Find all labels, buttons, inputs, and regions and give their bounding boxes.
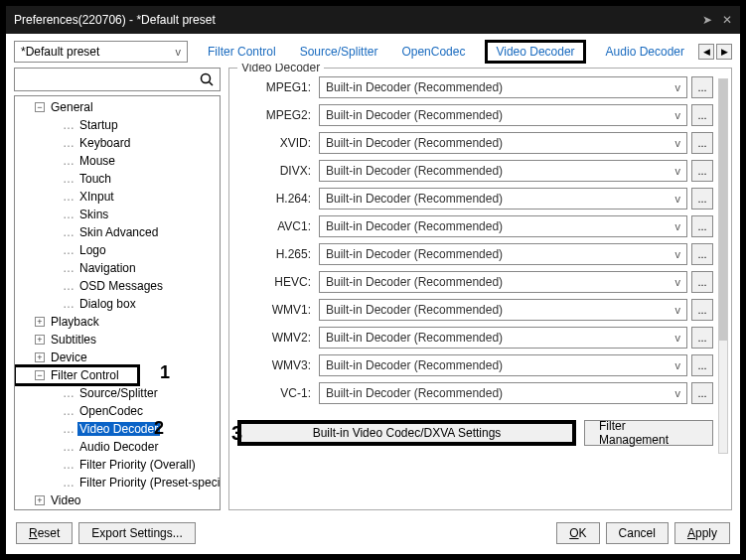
decoder-more-button[interactable]: ... [691,132,713,154]
tree-label: Playback [49,315,101,329]
tree-item-navigation[interactable]: …Navigation [15,259,220,277]
left-column: −General…Startup…Keyboard…Mouse…Touch…XI… [14,68,221,510]
decoder-label: AVC1: [237,219,315,233]
decoder-select[interactable]: Built-in Decoder (Recommended) [319,215,687,237]
tree-branch-icon: … [63,422,74,436]
decoder-select[interactable]: Built-in Decoder (Recommended) [319,104,687,126]
scrollbar-thumb[interactable] [719,79,727,341]
tree-item-filter-priority-overall-[interactable]: …Filter Priority (Overall) [15,456,220,474]
tree-item-general[interactable]: −General [15,98,220,116]
tree-branch-icon: … [63,458,74,472]
expand-icon[interactable]: + [35,317,45,327]
tab-source-splitter[interactable]: Source/Splitter [296,43,382,61]
collapse-icon[interactable]: − [35,102,45,112]
tab-video-decoder[interactable]: Video Decoder [485,40,585,64]
titlebar-controls: ➤ ✕ [702,13,732,27]
tree-item-filter-control[interactable]: −Filter Control1 [15,366,220,384]
tree-branch-icon: … [63,225,74,239]
tree-item-keyboard[interactable]: …Keyboard [15,134,220,152]
tree-item-filter-priority-preset-specific-[interactable]: …Filter Priority (Preset-specific) [15,474,220,491]
tree-item-audio-decoder[interactable]: …Audio Decoder [15,438,220,456]
tree-label: General [49,100,95,114]
tree-label: Source/Splitter [77,386,160,400]
apply-button[interactable]: Apply [674,522,730,544]
expand-icon[interactable]: + [35,352,45,362]
tree-item-mouse[interactable]: …Mouse [15,152,220,170]
category-tree[interactable]: −General…Startup…Keyboard…Mouse…Touch…XI… [14,95,221,510]
tab-row: Filter ControlSource/SplitterOpenCodecVi… [198,40,688,64]
tree-item-osd-messages[interactable]: …OSD Messages [15,277,220,295]
tree-branch-icon: … [63,172,74,186]
decoder-more-button[interactable]: ... [691,215,713,237]
tree-item-skin-advanced[interactable]: …Skin Advanced [15,223,220,241]
filter-management-button[interactable]: Filter Management [584,420,713,446]
decoder-more-button[interactable]: ... [691,382,713,404]
tree-item-video-decoder[interactable]: …Video Decoder2 [15,420,220,438]
search-icon[interactable] [198,70,216,88]
decoder-row-hevc: HEVC:Built-in Decoder (Recommended)... [237,271,713,293]
decoder-more-button[interactable]: ... [691,299,713,321]
titlebar: Preferences(220706) - *Default preset ➤ … [6,6,740,34]
search-box[interactable] [14,68,221,91]
ok-button[interactable]: OK [556,522,599,544]
close-icon[interactable]: ✕ [722,13,732,27]
tree-item-video[interactable]: +Video [15,491,220,509]
cancel-button[interactable]: Cancel [606,522,669,544]
preset-dropdown[interactable]: *Default preset [14,41,188,63]
decoder-more-button[interactable]: ... [691,271,713,293]
decoder-list: MPEG1:Built-in Decoder (Recommended)...M… [237,76,727,404]
expand-icon[interactable]: + [35,335,45,345]
tree-item-skins[interactable]: …Skins [15,206,220,223]
decoder-more-button[interactable]: ... [691,104,713,126]
search-input[interactable] [19,72,198,86]
expand-icon[interactable]: + [35,495,45,505]
decoder-select[interactable]: Built-in Decoder (Recommended) [319,382,687,404]
tree-item-xinput[interactable]: …XInput [15,188,220,206]
tree-item-opencodec[interactable]: …OpenCodec [15,402,220,420]
tree-item-startup[interactable]: …Startup [15,116,220,134]
tab-opencodec[interactable]: OpenCodec [397,43,469,61]
tree-item-subtitles[interactable]: +Subtitles [15,331,220,349]
tab-prev-button[interactable]: ◀ [698,44,714,60]
tab-next-button[interactable]: ▶ [716,44,732,60]
decoder-more-button[interactable]: ... [691,76,713,98]
decoder-more-button[interactable]: ... [691,160,713,182]
tree-item-source-splitter[interactable]: …Source/Splitter [15,384,220,402]
decoder-more-button[interactable]: ... [691,354,713,376]
tree-item-touch[interactable]: …Touch [15,170,220,188]
decoder-row-h265: H.265:Built-in Decoder (Recommended)... [237,243,713,265]
tab-filter-control[interactable]: Filter Control [204,43,280,61]
decoder-select[interactable]: Built-in Decoder (Recommended) [319,76,687,98]
decoder-select[interactable]: Built-in Decoder (Recommended) [319,188,687,210]
decoder-select[interactable]: Built-in Decoder (Recommended) [319,327,687,349]
decoder-more-button[interactable]: ... [691,188,713,210]
decoder-more-button[interactable]: ... [691,243,713,265]
callout-1: 1 [160,362,170,383]
decoder-select[interactable]: Built-in Decoder (Recommended) [319,243,687,265]
pin-icon[interactable]: ➤ [702,13,712,27]
tree-label: Audio Decoder [77,440,160,454]
tree-label: OSD Messages [77,279,165,293]
tab-nav: ◀ ▶ [698,44,732,60]
decoder-select[interactable]: Built-in Decoder (Recommended) [319,132,687,154]
decoder-select[interactable]: Built-in Decoder (Recommended) [319,271,687,293]
decoder-select[interactable]: Built-in Decoder (Recommended) [319,354,687,376]
tab-audio-decoder[interactable]: Audio Decoder [602,43,688,61]
tree-branch-icon: … [63,297,74,311]
tree-item-playback[interactable]: +Playback [15,313,220,331]
decoder-more-button[interactable]: ... [691,327,713,349]
tree-label: Video [49,493,82,507]
tree-item-dialog-box[interactable]: …Dialog box [15,295,220,313]
tree-label: Mouse [77,154,117,168]
decoder-select[interactable]: Built-in Decoder (Recommended) [319,299,687,321]
tree-branch-icon: … [63,243,74,257]
content-area: *Default preset Filter ControlSource/Spl… [6,34,740,554]
dxva-settings-button[interactable]: Built-in Video Codec/DXVA Settings [237,420,576,446]
decoder-label: WMV1: [237,303,315,317]
export-settings-button[interactable]: Export Settings... [78,522,195,544]
decoder-select[interactable]: Built-in Decoder (Recommended) [319,160,687,182]
tree-item-logo[interactable]: …Logo [15,241,220,259]
panel-scrollbar[interactable] [718,78,728,454]
svg-line-1 [210,82,214,86]
reset-button[interactable]: Reset [16,522,73,544]
